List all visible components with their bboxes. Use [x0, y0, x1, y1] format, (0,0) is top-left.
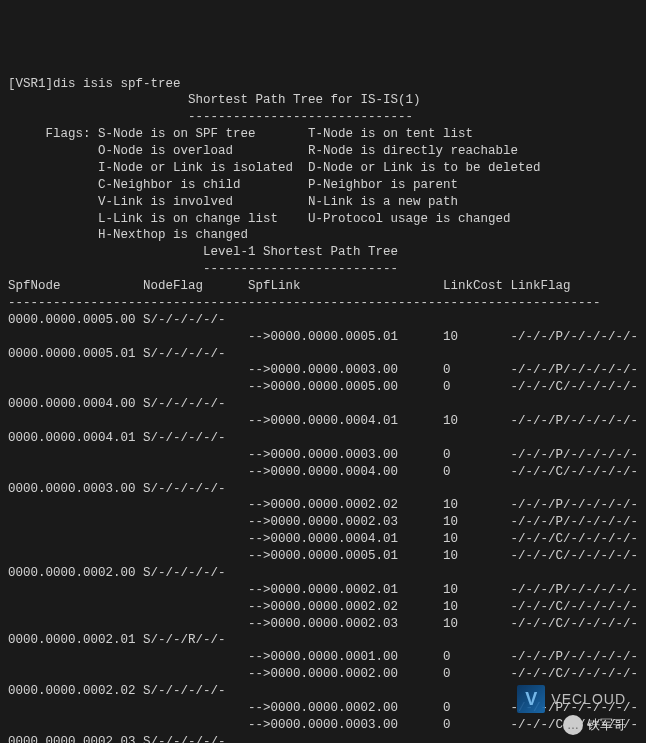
terminal-line: 0000.0000.0003.00 S/-/-/-/-/- — [8, 481, 638, 498]
terminal-line: -->0000.0000.0002.02 10 -/-/-/C/-/-/-/-/… — [8, 599, 638, 616]
terminal-line: -------------------------- — [8, 261, 638, 278]
terminal-line: 0000.0000.0004.01 S/-/-/-/-/- — [8, 430, 638, 447]
wechat-badge: … 铁军哥 — [563, 715, 626, 735]
terminal-line: -->0000.0000.0004.01 10 -/-/-/C/-/-/-/-/… — [8, 531, 638, 548]
terminal-line: -->0000.0000.0004.00 0 -/-/-/C/-/-/-/-/- — [8, 464, 638, 481]
terminal-line: V-Link is involved N-Link is a new path — [8, 194, 638, 211]
terminal-line: -->0000.0000.0003.00 0 -/-/-/P/-/-/-/-/- — [8, 362, 638, 379]
terminal-line: [VSR1]dis isis spf-tree — [8, 76, 638, 93]
terminal-line: L-Link is on change list U-Protocol usag… — [8, 211, 638, 228]
terminal-line: I-Node or Link is isolated D-Node or Lin… — [8, 160, 638, 177]
terminal-line: O-Node is overload R-Node is directly re… — [8, 143, 638, 160]
terminal-line: -->0000.0000.0002.01 10 -/-/-/P/-/-/-/-/… — [8, 582, 638, 599]
terminal-line: 0000.0000.0002.00 S/-/-/-/-/- — [8, 565, 638, 582]
terminal-line: -->0000.0000.0002.00 0 -/-/-/C/-/-/-/-/- — [8, 666, 638, 683]
terminal-line: -->0000.0000.0003.00 0 -/-/-/P/-/-/-/-/- — [8, 447, 638, 464]
vecloud-logo-icon: V — [517, 685, 545, 713]
terminal-line: H-Nexthop is changed — [8, 227, 638, 244]
terminal-line: SpfNode NodeFlag SpfLink LinkCost LinkFl… — [8, 278, 638, 295]
terminal-line: -->0000.0000.0002.03 10 -/-/-/C/-/-/-/-/… — [8, 616, 638, 633]
terminal-line: C-Neighbor is child P-Neighbor is parent — [8, 177, 638, 194]
terminal-output: [VSR1]dis isis spf-tree Shortest Path Tr… — [8, 76, 638, 744]
terminal-line: -->0000.0000.0005.01 10 -/-/-/C/-/-/-/-/… — [8, 548, 638, 565]
terminal-line: ------------------------------ — [8, 109, 638, 126]
watermark-brand: VECLOUD — [551, 690, 626, 709]
terminal-line: -->0000.0000.0001.00 0 -/-/-/P/-/-/-/-/- — [8, 649, 638, 666]
terminal-line: ----------------------------------------… — [8, 295, 638, 312]
terminal-line: 0000.0000.0005.00 S/-/-/-/-/- — [8, 312, 638, 329]
watermark: V VECLOUD — [517, 685, 626, 713]
terminal-line: Flags: S-Node is on SPF tree T-Node is o… — [8, 126, 638, 143]
terminal-line: -->0000.0000.0005.00 0 -/-/-/C/-/-/-/-/- — [8, 379, 638, 396]
terminal-line: Shortest Path Tree for IS-IS(1) — [8, 92, 638, 109]
wechat-icon: … — [563, 715, 583, 735]
terminal-line: 0000.0000.0005.01 S/-/-/-/-/- — [8, 346, 638, 363]
wechat-label: 铁军哥 — [587, 716, 626, 734]
terminal-line: -->0000.0000.0005.01 10 -/-/-/P/-/-/-/-/… — [8, 329, 638, 346]
terminal-line: 0000.0000.0002.01 S/-/-/R/-/- — [8, 632, 638, 649]
terminal-line: -->0000.0000.0004.01 10 -/-/-/P/-/-/-/-/… — [8, 413, 638, 430]
terminal-line: 0000.0000.0004.00 S/-/-/-/-/- — [8, 396, 638, 413]
terminal-line: Level-1 Shortest Path Tree — [8, 244, 638, 261]
terminal-line: -->0000.0000.0002.03 10 -/-/-/P/-/-/-/-/… — [8, 514, 638, 531]
terminal-line: -->0000.0000.0002.02 10 -/-/-/P/-/-/-/-/… — [8, 497, 638, 514]
terminal-line: -->0000.0000.0003.00 0 -/-/-/C/-/-/-/-/- — [8, 717, 638, 734]
terminal-line: 0000.0000.0002.03 S/-/-/-/-/- — [8, 734, 638, 743]
